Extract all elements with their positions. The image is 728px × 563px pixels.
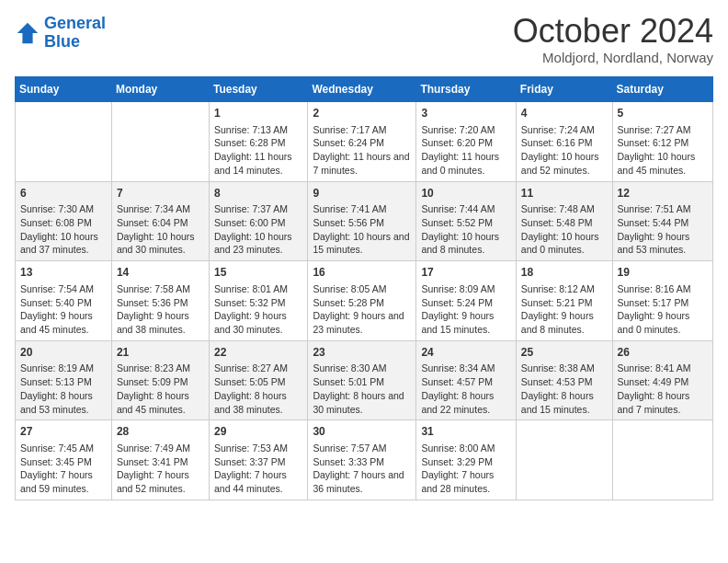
day-cell: 4Sunrise: 7:24 AM Sunset: 6:16 PM Daylig… [516, 102, 612, 182]
day-number: 24 [421, 345, 510, 361]
day-info: Sunrise: 8:38 AM Sunset: 4:53 PM Dayligh… [521, 362, 608, 416]
day-info: Sunrise: 8:34 AM Sunset: 4:57 PM Dayligh… [421, 362, 510, 416]
day-cell: 15Sunrise: 8:01 AM Sunset: 5:32 PM Dayli… [209, 261, 307, 341]
day-number: 23 [313, 345, 411, 361]
day-cell: 30Sunrise: 7:57 AM Sunset: 3:33 PM Dayli… [308, 420, 416, 500]
logo-line2: Blue [44, 32, 80, 51]
day-number: 22 [214, 345, 302, 361]
day-cell: 14Sunrise: 7:58 AM Sunset: 5:36 PM Dayli… [111, 261, 209, 341]
day-info: Sunrise: 8:41 AM Sunset: 4:49 PM Dayligh… [618, 362, 709, 416]
day-info: Sunrise: 7:54 AM Sunset: 5:40 PM Dayligh… [20, 282, 107, 337]
day-number: 29 [214, 424, 302, 440]
weekday-header-friday: Friday [516, 77, 612, 102]
day-cell: 19Sunrise: 8:16 AM Sunset: 5:17 PM Dayli… [612, 261, 713, 341]
day-number: 14 [117, 265, 204, 281]
day-info: Sunrise: 8:16 AM Sunset: 5:17 PM Dayligh… [618, 282, 709, 337]
day-cell: 9Sunrise: 7:41 AM Sunset: 5:56 PM Daylig… [308, 181, 416, 261]
day-info: Sunrise: 8:05 AM Sunset: 5:28 PM Dayligh… [313, 282, 411, 337]
day-number: 2 [313, 106, 411, 121]
weekday-header-wednesday: Wednesday [308, 77, 416, 102]
day-number: 11 [521, 186, 608, 201]
day-info: Sunrise: 7:49 AM Sunset: 3:41 PM Dayligh… [117, 442, 204, 496]
week-row-4: 20Sunrise: 8:19 AM Sunset: 5:13 PM Dayli… [16, 340, 713, 420]
day-cell: 11Sunrise: 7:48 AM Sunset: 5:48 PM Dayli… [516, 181, 612, 261]
day-cell: 28Sunrise: 7:49 AM Sunset: 3:41 PM Dayli… [111, 420, 209, 500]
day-cell: 2Sunrise: 7:17 AM Sunset: 6:24 PM Daylig… [308, 102, 416, 182]
day-number: 28 [117, 424, 204, 440]
day-info: Sunrise: 8:09 AM Sunset: 5:24 PM Dayligh… [421, 282, 510, 337]
day-cell [612, 420, 713, 500]
day-cell: 6Sunrise: 7:30 AM Sunset: 6:08 PM Daylig… [16, 181, 112, 261]
day-cell [111, 102, 209, 182]
day-cell [516, 420, 612, 500]
day-info: Sunrise: 7:24 AM Sunset: 6:16 PM Dayligh… [521, 123, 608, 178]
day-number: 19 [618, 265, 709, 281]
day-number: 5 [618, 106, 709, 121]
day-number: 20 [20, 345, 107, 361]
day-info: Sunrise: 8:23 AM Sunset: 5:09 PM Dayligh… [117, 362, 204, 416]
day-info: Sunrise: 7:27 AM Sunset: 6:12 PM Dayligh… [618, 123, 709, 178]
day-number: 3 [421, 106, 510, 121]
day-info: Sunrise: 8:00 AM Sunset: 3:29 PM Dayligh… [421, 442, 510, 496]
day-number: 4 [521, 106, 608, 121]
day-cell [16, 102, 112, 182]
day-cell: 25Sunrise: 8:38 AM Sunset: 4:53 PM Dayli… [516, 340, 612, 420]
weekday-header-row: SundayMondayTuesdayWednesdayThursdayFrid… [16, 77, 713, 102]
day-cell: 10Sunrise: 7:44 AM Sunset: 5:52 PM Dayli… [416, 181, 516, 261]
day-cell: 3Sunrise: 7:20 AM Sunset: 6:20 PM Daylig… [416, 102, 516, 182]
day-info: Sunrise: 7:44 AM Sunset: 5:52 PM Dayligh… [421, 202, 510, 257]
day-number: 10 [421, 186, 510, 201]
day-info: Sunrise: 8:30 AM Sunset: 5:01 PM Dayligh… [313, 362, 411, 416]
month-title: October 2024 [513, 15, 713, 48]
day-info: Sunrise: 8:19 AM Sunset: 5:13 PM Dayligh… [20, 362, 107, 416]
page-header: General Blue October 2024 Moldjord, Nord… [15, 15, 713, 65]
day-cell: 5Sunrise: 7:27 AM Sunset: 6:12 PM Daylig… [612, 102, 713, 182]
day-info: Sunrise: 7:48 AM Sunset: 5:48 PM Dayligh… [521, 202, 608, 257]
day-cell: 24Sunrise: 8:34 AM Sunset: 4:57 PM Dayli… [416, 340, 516, 420]
day-number: 9 [313, 186, 411, 201]
day-cell: 27Sunrise: 7:45 AM Sunset: 3:45 PM Dayli… [16, 420, 112, 500]
day-number: 26 [618, 345, 709, 361]
day-number: 30 [313, 424, 411, 440]
logo-text: General Blue [44, 15, 106, 52]
week-row-2: 6Sunrise: 7:30 AM Sunset: 6:08 PM Daylig… [16, 181, 713, 261]
day-number: 13 [20, 265, 107, 281]
day-cell: 1Sunrise: 7:13 AM Sunset: 6:28 PM Daylig… [209, 102, 307, 182]
day-cell: 12Sunrise: 7:51 AM Sunset: 5:44 PM Dayli… [612, 181, 713, 261]
week-row-3: 13Sunrise: 7:54 AM Sunset: 5:40 PM Dayli… [16, 261, 713, 341]
day-number: 7 [117, 186, 204, 201]
calendar-table: SundayMondayTuesdayWednesdayThursdayFrid… [15, 76, 713, 500]
day-cell: 26Sunrise: 8:41 AM Sunset: 4:49 PM Dayli… [612, 340, 713, 420]
day-info: Sunrise: 8:27 AM Sunset: 5:05 PM Dayligh… [214, 362, 302, 416]
day-cell: 8Sunrise: 7:37 AM Sunset: 6:00 PM Daylig… [209, 181, 307, 261]
day-cell: 29Sunrise: 7:53 AM Sunset: 3:37 PM Dayli… [209, 420, 307, 500]
title-block: October 2024 Moldjord, Nordland, Norway [513, 15, 713, 65]
weekday-header-saturday: Saturday [612, 77, 713, 102]
day-info: Sunrise: 7:20 AM Sunset: 6:20 PM Dayligh… [421, 123, 510, 178]
day-cell: 20Sunrise: 8:19 AM Sunset: 5:13 PM Dayli… [16, 340, 112, 420]
day-cell: 13Sunrise: 7:54 AM Sunset: 5:40 PM Dayli… [16, 261, 112, 341]
day-info: Sunrise: 8:12 AM Sunset: 5:21 PM Dayligh… [521, 282, 608, 337]
day-info: Sunrise: 7:45 AM Sunset: 3:45 PM Dayligh… [20, 442, 107, 496]
day-number: 21 [117, 345, 204, 361]
day-number: 27 [20, 424, 107, 440]
logo: General Blue [15, 15, 106, 52]
day-info: Sunrise: 7:58 AM Sunset: 5:36 PM Dayligh… [117, 282, 204, 337]
day-number: 12 [618, 186, 709, 201]
svg-marker-0 [17, 23, 38, 43]
day-number: 16 [313, 265, 411, 281]
day-number: 15 [214, 265, 302, 281]
day-number: 6 [20, 186, 107, 201]
location-subtitle: Moldjord, Nordland, Norway [513, 50, 713, 65]
day-cell: 18Sunrise: 8:12 AM Sunset: 5:21 PM Dayli… [516, 261, 612, 341]
day-cell: 7Sunrise: 7:34 AM Sunset: 6:04 PM Daylig… [111, 181, 209, 261]
day-info: Sunrise: 7:41 AM Sunset: 5:56 PM Dayligh… [313, 202, 411, 257]
day-info: Sunrise: 7:53 AM Sunset: 3:37 PM Dayligh… [214, 442, 302, 496]
day-info: Sunrise: 7:37 AM Sunset: 6:00 PM Dayligh… [214, 202, 302, 257]
logo-line1: General [44, 14, 106, 32]
day-info: Sunrise: 7:13 AM Sunset: 6:28 PM Dayligh… [214, 123, 302, 178]
day-info: Sunrise: 7:51 AM Sunset: 5:44 PM Dayligh… [618, 202, 709, 257]
day-number: 8 [214, 186, 302, 201]
day-number: 1 [214, 106, 302, 121]
day-info: Sunrise: 7:30 AM Sunset: 6:08 PM Dayligh… [20, 202, 107, 257]
